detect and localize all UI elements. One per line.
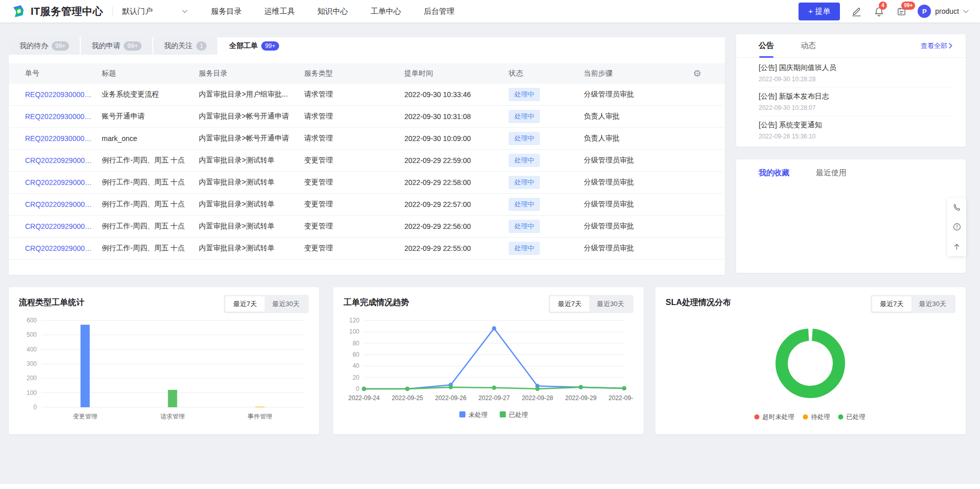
todo-board-icon[interactable]: 99+ [895, 5, 907, 17]
column-settings-gear-icon[interactable]: ⚙ [684, 68, 709, 79]
ticket-id-link[interactable]: CRQ20220929000062 [25, 200, 102, 208]
main-menu: 服务目录 运维工具 知识中心 工单中心 后台管理 [211, 7, 454, 16]
range-30d-button[interactable]: 最近30天 [265, 296, 307, 312]
table-row[interactable]: REQ20220930000002账号开通申请内置审批目录>帐号开通申请请求管理… [9, 106, 725, 128]
tab-my-follows[interactable]: 我的关注 1 [153, 37, 218, 55]
status-badge: 处理中 [509, 242, 540, 255]
ticket-id-link[interactable]: REQ20220930000001 [25, 134, 102, 143]
svg-text:80: 80 [353, 340, 360, 347]
range-toggle: 最近7天 最近30天 [224, 295, 309, 313]
ticket-time: 2022-09-30 10:31:08 [404, 112, 509, 121]
tab-my-favorites[interactable]: 我的收藏 [759, 161, 789, 184]
ticket-title: mark_once [102, 134, 199, 143]
ticket-id-link[interactable]: CRQ20220929000063 [25, 178, 102, 187]
ticket-type: 变更管理 [304, 222, 404, 231]
app-title: IT服务管理中心 [31, 5, 103, 18]
ticket-time: 2022-09-29 22:56:00 [404, 222, 509, 230]
range-30d-button[interactable]: 最近30天 [911, 296, 954, 312]
notifications-bell-icon[interactable]: 4 [873, 5, 885, 17]
ticket-id-link[interactable]: REQ20220930000003 [25, 90, 102, 99]
ticket-id-link[interactable]: CRQ20220929000061 [25, 222, 102, 230]
range-7d-button[interactable]: 最近7天 [225, 296, 264, 312]
ticket-id-link[interactable]: REQ20220930000002 [25, 112, 102, 121]
ticket-time: 2022-09-29 22:57:00 [404, 200, 509, 208]
status-badge: 处理中 [509, 176, 540, 189]
status-badge: 处理中 [509, 154, 540, 167]
svg-text:2022-09-30: 2022-09-30 [608, 394, 633, 402]
ticket-step: 分级管理员审批 [584, 222, 684, 231]
compose-icon[interactable] [850, 5, 862, 17]
app-logo-icon [11, 4, 26, 18]
table-row[interactable]: CRQ20220929000061例行工作-周四、周五 十点内置审批目录>测试转… [9, 216, 725, 238]
ticket-step: 分级管理员审批 [584, 156, 684, 165]
svg-text:2022-09-25: 2022-09-25 [392, 394, 423, 402]
table-row[interactable]: CRQ20220929000060例行工作-周四、周五 十点内置审批目录>测试转… [9, 238, 725, 260]
tab-activity[interactable]: 动态 [801, 34, 816, 58]
footer-strip [0, 484, 980, 489]
ticket-catalog: 内置审批目录>测试转单 [199, 178, 304, 187]
back-to-top-icon[interactable] [947, 237, 966, 256]
user-menu[interactable]: P product [918, 5, 969, 18]
status-badge: 处理中 [509, 110, 540, 123]
bell-badge: 4 [879, 2, 887, 10]
tab-all-tickets[interactable]: 全部工单 99+ [218, 37, 289, 55]
table-row[interactable]: REQ20220930000001mark_once内置审批目录>帐号开通申请请… [9, 128, 725, 150]
table-row[interactable]: CRQ20220929000063例行工作-周四、周五 十点内置审批目录>测试转… [9, 172, 725, 194]
table-row[interactable]: CRQ20220929000064例行工作-周四、周五 十点内置审批目录>测试转… [9, 150, 725, 172]
svg-text:60: 60 [353, 351, 360, 358]
tab-announcements[interactable]: 公告 [759, 34, 774, 58]
col-status: 状态 [509, 69, 584, 78]
announcement-item[interactable]: [公告] 新版本发布日志2022-09-30 10:28:07 [759, 87, 952, 116]
chart-card-sla-distribution: SLA处理情况分布 最近7天 最近30天 超时未处理待处理已处理 [655, 287, 966, 434]
tab-my-requests[interactable]: 我的申请 99+ [81, 37, 152, 55]
range-30d-button[interactable]: 最近30天 [589, 296, 632, 312]
svg-text:超时未处理: 超时未处理 [763, 413, 795, 421]
announcement-item[interactable]: [公告] 系统变更通知2022-09-26 15:36:10 [759, 116, 952, 144]
menu-ops-tools[interactable]: 运维工具 [264, 7, 295, 16]
tab-recently-used[interactable]: 最近使用 [816, 161, 847, 184]
svg-text:120: 120 [349, 317, 359, 324]
tickets-table: 单号 标题 服务目录 服务类型 提单时间 状态 当前步骤 ⚙ REQ202209… [9, 55, 725, 275]
svg-text:500: 500 [27, 331, 37, 338]
portal-selector[interactable]: 默认门户 [122, 7, 188, 16]
bar-chart: 0100200300400500600变更管理请求管理事件管理 [19, 314, 309, 427]
announcement-time: 2022-09-30 10:28:28 [759, 76, 952, 83]
menu-service-catalog[interactable]: 服务目录 [211, 7, 242, 16]
svg-text:300: 300 [27, 360, 37, 367]
svg-text:2022-09-27: 2022-09-27 [478, 394, 510, 402]
ticket-id-link[interactable]: CRQ20220929000060 [25, 244, 102, 252]
ticket-step: 负责人审批 [584, 112, 684, 121]
table-row[interactable]: REQ20220930000003业务系统变更流程内置审批目录>用户组审批...… [9, 84, 725, 106]
create-ticket-button[interactable]: + 提单 [799, 3, 840, 20]
table-row[interactable]: CRQ20220929000062例行工作-周四、周五 十点内置审批目录>测试转… [9, 194, 725, 216]
ticket-title: 例行工作-周四、周五 十点 [102, 178, 199, 187]
ticket-time: 2022-09-29 22:58:00 [404, 178, 509, 187]
range-7d-button[interactable]: 最近7天 [550, 296, 589, 312]
ticket-tabs: 我的待办 99+ 我的申请 99+ 我的关注 1 全部工单 99+ [9, 37, 725, 55]
range-7d-button[interactable]: 最近7天 [872, 296, 911, 312]
ticket-type: 请求管理 [304, 112, 404, 121]
donut-chart: 超时未处理待处理已处理 [666, 314, 955, 427]
svg-text:变更管理: 变更管理 [73, 413, 98, 420]
status-badge: 处理中 [509, 132, 540, 145]
view-all-link[interactable]: 查看全部 [921, 41, 952, 51]
brand: IT服务管理中心 [11, 4, 103, 18]
feedback-alert-icon[interactable] [947, 218, 966, 237]
tab-my-todo[interactable]: 我的待办 99+ [9, 37, 80, 55]
svg-text:已处理: 已处理 [509, 411, 529, 418]
ticket-catalog: 内置审批目录>帐号开通申请 [199, 134, 304, 143]
ticket-time: 2022-09-29 22:55:00 [404, 244, 509, 252]
menu-knowledge-center[interactable]: 知识中心 [317, 7, 348, 16]
contact-phone-icon[interactable] [947, 198, 966, 217]
favorites-header: 我的收藏 最近使用 [736, 159, 966, 183]
ticket-status-cell: 处理中 [509, 88, 584, 101]
announcements-panel: 公告 动态 查看全部 [公告] 国庆期间值班人员2022-09-30 10:28… [736, 34, 966, 147]
svg-text:待处理: 待处理 [811, 413, 831, 421]
navbar-right: + 提单 4 99+ P product [799, 3, 969, 20]
menu-admin[interactable]: 后台管理 [424, 7, 454, 16]
menu-ticket-center[interactable]: 工单中心 [371, 7, 401, 16]
tab-label: 我的关注 [164, 41, 193, 51]
announcement-item[interactable]: [公告] 国庆期间值班人员2022-09-30 10:28:28 [759, 59, 952, 87]
announcement-title: [公告] 国庆期间值班人员 [759, 63, 952, 73]
ticket-id-link[interactable]: CRQ20220929000064 [25, 156, 102, 165]
